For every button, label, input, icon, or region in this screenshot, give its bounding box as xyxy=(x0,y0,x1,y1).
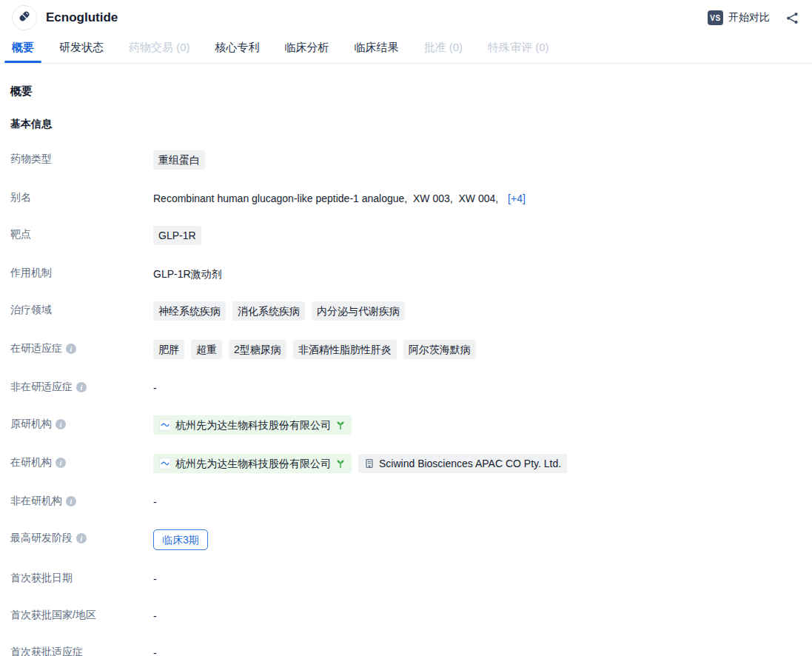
overview-panel: 概要 基本信息 药物类型 重组蛋白 别名 Recombinant human g… xyxy=(0,84,812,656)
start-compare-button[interactable]: VS 开始对比 xyxy=(708,10,770,25)
field-row-inactive-indications: 非在研适应症 i - xyxy=(10,378,802,396)
alias-more-link[interactable]: [+4] xyxy=(508,189,526,206)
active-org-tag[interactable]: Sciwind Biosciences APAC CO Pty. Ltd. xyxy=(358,454,567,473)
info-icon[interactable]: i xyxy=(66,496,76,506)
indication-tag[interactable]: 阿尔茨海默病 xyxy=(403,340,476,359)
field-row-therapeutic-areas: 治疗领域 神经系统疾病 消化系统疾病 内分泌与代谢疾病 xyxy=(10,301,802,321)
indication-tag[interactable]: 超重 xyxy=(191,340,222,359)
info-icon[interactable]: i xyxy=(56,419,66,429)
empty-value: - xyxy=(153,569,157,586)
originator-org-tag[interactable]: 杭州先为达生物科技股份有限公司 xyxy=(153,415,352,435)
therapeutic-area-tag[interactable]: 消化系统疾病 xyxy=(232,301,305,321)
indication-tag[interactable]: 肥胖 xyxy=(153,340,184,359)
target-tag[interactable]: GLP-1R xyxy=(153,226,201,245)
field-label-text: 最高研发阶段 xyxy=(10,532,73,545)
org-name: 杭州先为达生物科技股份有限公司 xyxy=(175,456,331,471)
info-icon[interactable]: i xyxy=(66,344,76,354)
org-name: 杭州先为达生物科技股份有限公司 xyxy=(175,418,331,432)
field-label-text: 别名 xyxy=(10,191,31,204)
field-row-originator-org: 原研机构 i 杭州先为达生物科技股份有限公司 xyxy=(10,415,802,435)
page-title: Ecnoglutide xyxy=(46,10,118,25)
empty-value: - xyxy=(153,606,157,623)
indication-tag[interactable]: 2型糖尿病 xyxy=(229,340,286,359)
info-icon[interactable]: i xyxy=(76,382,87,392)
empty-value: - xyxy=(153,378,157,395)
vs-badge-icon: VS xyxy=(708,10,723,25)
info-icon[interactable]: i xyxy=(56,458,66,468)
field-label-text: 首次获批适应症 xyxy=(10,646,83,656)
tab-overview[interactable]: 概要 xyxy=(10,36,36,63)
field-row-mechanism: 作用机制 GLP-1R激动剂 xyxy=(10,264,802,282)
field-label-text: 药物类型 xyxy=(10,153,52,166)
pill-icon xyxy=(18,10,31,26)
field-row-active-orgs: 在研机构 i 杭州先为达生物科技股份有限公司 xyxy=(10,453,802,473)
subsection-title: 基本信息 xyxy=(10,118,802,131)
therapeutic-area-tag[interactable]: 神经系统疾病 xyxy=(153,301,226,321)
field-row-alias: 别名 Recombinant human glucagon-like pepti… xyxy=(10,188,802,207)
company-logo xyxy=(159,458,171,469)
indication-tag[interactable]: 非酒精性脂肪性肝炎 xyxy=(293,340,397,359)
empty-value: - xyxy=(153,492,157,509)
drug-type-tag[interactable]: 重组蛋白 xyxy=(153,150,205,170)
field-label: 药物类型 xyxy=(10,150,153,166)
therapeutic-area-tag[interactable]: 内分泌与代谢疾病 xyxy=(312,301,405,321)
field-row-first-approval-indication: 首次获批适应症 - xyxy=(10,643,802,656)
tab-approvals[interactable]: 批准 (0) xyxy=(423,36,465,63)
section-title: 概要 xyxy=(10,84,802,98)
field-label-text: 在研适应症 xyxy=(10,342,62,355)
compare-label: 开始对比 xyxy=(728,11,770,24)
field-label: 靶点 xyxy=(10,225,153,241)
field-row-first-approval-country: 首次获批国家/地区 - xyxy=(10,606,802,624)
tab-core-patents[interactable]: 核心专利 xyxy=(214,36,261,63)
field-label: 首次获批日期 xyxy=(10,569,153,585)
tab-drug-deals[interactable]: 药物交易 (0) xyxy=(127,36,192,63)
field-label-text: 首次获批日期 xyxy=(10,572,73,585)
mechanism-text: GLP-1R激动剂 xyxy=(153,264,222,281)
field-row-active-indications: 在研适应症 i 肥胖 超重 2型糖尿病 非酒精性脂肪性肝炎 阿尔茨海默病 xyxy=(10,339,802,359)
field-label: 治疗领域 xyxy=(10,301,153,317)
field-label: 最高研发阶段 i xyxy=(10,529,153,545)
info-icon[interactable]: i xyxy=(76,533,87,543)
tab-bar: 概要 研发状态 药物交易 (0) 核心专利 临床分析 临床结果 批准 (0) 特… xyxy=(0,36,812,64)
field-label-text: 在研机构 xyxy=(10,456,52,469)
field-label-text: 靶点 xyxy=(10,228,31,241)
tab-rd-status[interactable]: 研发状态 xyxy=(58,36,105,63)
building-icon xyxy=(364,458,375,469)
field-label: 在研适应症 i xyxy=(10,339,153,355)
field-label-text: 非在研机构 xyxy=(10,495,62,508)
compare-network-icon[interactable] xyxy=(786,12,799,24)
field-row-inactive-orgs: 非在研机构 i - xyxy=(10,492,802,510)
field-row-target: 靶点 GLP-1R xyxy=(10,225,802,245)
sprout-icon xyxy=(335,420,346,430)
field-row-first-approval-date: 首次获批日期 - xyxy=(10,569,802,587)
tab-clinical-results[interactable]: 临床结果 xyxy=(353,36,400,63)
field-label: 首次获批适应症 xyxy=(10,643,153,656)
field-label: 别名 xyxy=(10,188,153,204)
page-header: Ecnoglutide VS 开始对比 xyxy=(0,0,812,36)
tab-clinical-analysis[interactable]: 临床分析 xyxy=(283,36,331,63)
field-label: 首次获批国家/地区 xyxy=(10,606,153,622)
active-org-tag[interactable]: 杭州先为达生物科技股份有限公司 xyxy=(153,454,352,473)
field-label-text: 作用机制 xyxy=(10,267,52,280)
field-label: 在研机构 i xyxy=(10,453,153,469)
sprout-icon xyxy=(335,458,346,469)
org-name: Sciwind Biosciences APAC CO Pty. Ltd. xyxy=(379,456,561,471)
field-label: 作用机制 xyxy=(10,264,153,280)
field-label-text: 非在研适应症 xyxy=(10,381,73,394)
tab-special-review[interactable]: 特殊审评 (0) xyxy=(486,36,551,63)
field-row-drug-type: 药物类型 重组蛋白 xyxy=(10,150,802,170)
field-label: 非在研适应症 i xyxy=(10,378,153,394)
field-label-text: 原研机构 xyxy=(10,418,52,431)
field-label: 非在研机构 i xyxy=(10,492,153,508)
empty-value: - xyxy=(153,643,157,656)
highest-phase-tag[interactable]: 临床3期 xyxy=(153,529,208,550)
drug-avatar xyxy=(12,5,37,30)
field-row-highest-phase: 最高研发阶段 i 临床3期 xyxy=(10,529,802,550)
company-logo xyxy=(159,419,171,431)
field-label-text: 治疗领域 xyxy=(10,304,52,317)
alias-text: Recombinant human glucagon-like peptide-… xyxy=(153,189,501,206)
field-label-text: 首次获批国家/地区 xyxy=(10,609,96,622)
field-label: 原研机构 i xyxy=(10,415,153,431)
